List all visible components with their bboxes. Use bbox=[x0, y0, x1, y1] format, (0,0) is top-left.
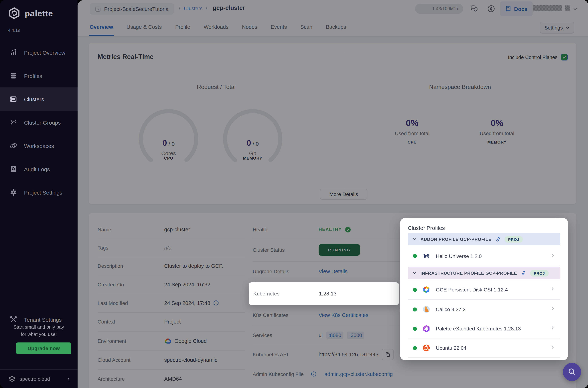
sidebar-item-workspaces[interactable]: Workspaces bbox=[0, 134, 78, 157]
profile-item-calico[interactable]: Calico 3.27.2 bbox=[408, 300, 560, 319]
chevron-right-icon bbox=[550, 286, 555, 293]
section-header-label: INFRASTRUCTURE PROFILE GCP-PROFILE bbox=[421, 270, 517, 276]
spectro-cloud-logo bbox=[7, 374, 17, 384]
logo-wordmark: palette bbox=[25, 9, 53, 18]
kubernetes-version-spotlight: Kubernetes 1.28.13 bbox=[249, 282, 399, 305]
chevron-right-icon bbox=[550, 253, 555, 259]
tools-icon bbox=[9, 315, 18, 323]
sidebar: palette 4.4.19 Project Overview Profiles bbox=[0, 0, 78, 388]
cluster-profiles-panel: Cluster Profiles ADDON PROFILE GCP-PROFI… bbox=[400, 218, 568, 360]
infrastructure-profile-section-header[interactable]: INFRASTRUCTURE PROFILE GCP-PROFILE PROJ bbox=[408, 267, 560, 279]
profile-item-name: Hello Universe 1.2.0 bbox=[436, 253, 482, 259]
link-icon bbox=[521, 270, 526, 276]
sidebar-footer: spectro cloud ‹ bbox=[0, 369, 78, 388]
profile-item-palette-extended-kubernetes[interactable]: Palette eXtended Kubernetes 1.28.13 bbox=[408, 319, 560, 338]
profile-item-hello-universe[interactable]: Hello Universe 1.2.0 bbox=[408, 246, 560, 266]
sidebar-item-label: Profiles bbox=[24, 73, 42, 79]
sidebar-item-label: Tenant Settings bbox=[24, 316, 62, 323]
status-dot bbox=[413, 327, 417, 331]
hello-universe-icon bbox=[422, 252, 431, 260]
profile-item-name: Palette eXtended Kubernetes 1.28.13 bbox=[436, 326, 521, 332]
proj-badge: PROJ bbox=[530, 270, 548, 276]
sidebar-item-label: Audit Logs bbox=[24, 166, 50, 172]
status-dot bbox=[413, 346, 417, 350]
proj-badge: PROJ bbox=[504, 236, 523, 242]
gce-persistent-disk-icon bbox=[422, 285, 431, 294]
profile-item-name: GCE Persistent Disk CSI 1.12.4 bbox=[436, 287, 508, 292]
promo-line-1: Start small and only pay bbox=[0, 323, 78, 331]
bar-chart-icon bbox=[9, 48, 18, 56]
sidebar-item-label: Cluster Groups bbox=[24, 119, 61, 125]
status-dot bbox=[413, 307, 417, 311]
sidebar-item-cluster-groups[interactable]: Cluster Groups bbox=[0, 111, 78, 134]
chevron-down-icon bbox=[412, 237, 417, 242]
chevron-right-icon bbox=[550, 325, 555, 332]
sidebar-item-clusters[interactable]: Clusters bbox=[0, 87, 78, 111]
layers-icon bbox=[9, 72, 18, 80]
sidebar-item-project-settings[interactable]: Project Settings bbox=[0, 181, 78, 204]
status-dot bbox=[413, 254, 417, 258]
status-dot bbox=[413, 288, 417, 292]
sidebar-nav: Project Overview Profiles Clusters bbox=[0, 41, 78, 204]
section-header-label: ADDON PROFILE GCP-PROFILE bbox=[421, 237, 491, 242]
link-icon bbox=[495, 236, 501, 242]
calico-icon bbox=[422, 305, 431, 314]
profile-item-gce-disk-csi[interactable]: GCE Persistent Disk CSI 1.12.4 bbox=[408, 280, 560, 299]
sidebar-item-audit-logs[interactable]: Audit Logs bbox=[0, 157, 78, 181]
chevron-right-icon bbox=[550, 345, 555, 351]
sidebar-item-label: Clusters bbox=[24, 96, 44, 102]
gear-icon bbox=[9, 188, 18, 196]
promo-line-2: for what you use! bbox=[0, 331, 78, 338]
clusters-icon bbox=[9, 95, 18, 103]
cluster-profiles-title: Cluster Profiles bbox=[408, 225, 445, 231]
chevron-down-icon bbox=[412, 271, 417, 275]
sidebar-item-label: Project Overview bbox=[24, 49, 65, 56]
addon-profile-section-header[interactable]: ADDON PROFILE GCP-PROFILE PROJ bbox=[408, 233, 560, 245]
sidebar-item-profiles[interactable]: Profiles bbox=[0, 64, 78, 87]
profile-item-name: Ubuntu 22.04 bbox=[436, 345, 466, 351]
palette-extended-kubernetes-icon bbox=[422, 324, 431, 333]
brand-name: spectro cloud bbox=[20, 376, 50, 382]
palette-logo: palette bbox=[7, 7, 53, 20]
app-window: palette 4.4.19 Project Overview Profiles bbox=[0, 0, 588, 388]
profile-item-name: Calico 3.27.2 bbox=[436, 306, 466, 312]
search-assist-button[interactable] bbox=[563, 363, 581, 381]
ubuntu-icon bbox=[422, 343, 431, 352]
search-icon bbox=[567, 367, 577, 377]
app-version: 4.4.19 bbox=[8, 28, 20, 33]
chevron-right-icon bbox=[550, 306, 555, 313]
doc-search-icon bbox=[9, 165, 18, 173]
sidebar-item-label: Project Settings bbox=[24, 189, 62, 195]
detail-label: Kubernetes bbox=[253, 291, 319, 296]
sidebar-item-project-overview[interactable]: Project Overview bbox=[0, 41, 78, 64]
main-content: Project-ScaleSecureTutoria / Clusters / … bbox=[78, 0, 588, 388]
palette-logo-icon bbox=[7, 7, 21, 20]
upgrade-promo-text: Start small and only pay for what you us… bbox=[0, 323, 78, 338]
collapse-sidebar-icon[interactable]: ‹ bbox=[67, 375, 69, 383]
upgrade-now-button[interactable]: Upgrade now bbox=[16, 342, 71, 354]
kubernetes-version-value: 1.28.13 bbox=[319, 291, 337, 296]
orbit-icon bbox=[9, 142, 18, 150]
network-icon bbox=[9, 118, 18, 126]
profile-item-ubuntu[interactable]: Ubuntu 22.04 bbox=[408, 339, 560, 357]
sidebar-item-label: Workspaces bbox=[24, 143, 54, 149]
